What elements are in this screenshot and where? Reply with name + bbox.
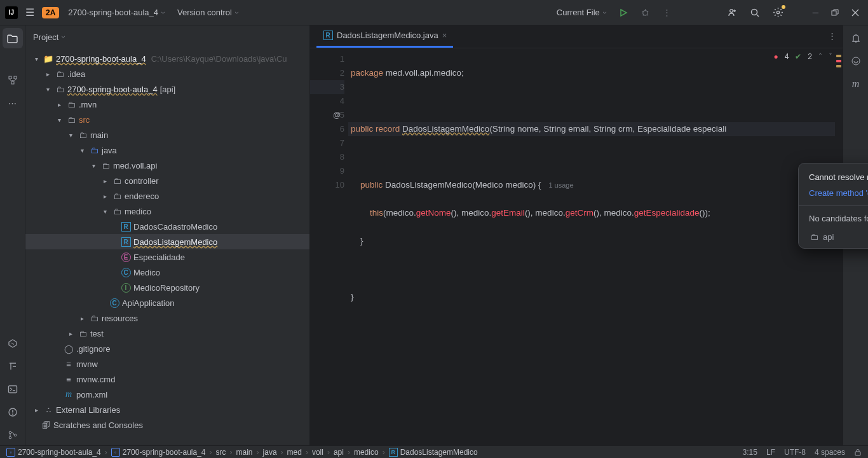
vcs-tool-button[interactable] — [3, 425, 23, 445]
editor-area: R DadosListagemMedico.java × ⋮ 1 2 3 4 5… — [310, 25, 843, 445]
minimize-window-button[interactable]: ─ — [809, 4, 822, 21]
error-count: 4 — [785, 52, 789, 61]
breadcrumb[interactable]: ▫2700-spring-boot-aula_4 — [111, 448, 206, 457]
popup-title: Cannot resolve method 'getNome' in 'Medi… — [809, 172, 868, 182]
restore-window-button[interactable] — [827, 5, 843, 20]
breadcrumb[interactable]: RDadosListagemMedico — [389, 448, 478, 457]
tree-idea-folder[interactable]: 🗀.idea — [25, 66, 309, 81]
tree-resources-folder[interactable]: 🗀resources — [25, 310, 309, 326]
tree-main-folder[interactable]: 🗀main — [25, 127, 309, 142]
more-tools-button[interactable]: ⋯ — [3, 93, 23, 113]
indent-config[interactable]: 4 spaces — [815, 448, 845, 457]
popup-quickfix-link[interactable]: Create method 'getNome' in 'Medico' — [809, 188, 868, 198]
editor-gutter: 1 2 3 4 5@ 6 7 8 9 10 — [310, 48, 348, 445]
tree-java-folder[interactable]: 🗀java — [25, 142, 309, 158]
tree-controller-pkg[interactable]: 🗀controller — [25, 173, 309, 188]
close-window-button[interactable] — [848, 5, 863, 20]
breadcrumb[interactable]: ▫2700-spring-boot-aula_4 — [6, 448, 101, 457]
module-icon: ▫ — [6, 448, 15, 457]
code-content[interactable]: package med.voll.api.medico; public reco… — [348, 48, 835, 445]
build-tool-button[interactable] — [3, 356, 23, 377]
left-tool-rail: ⋯ — [0, 25, 25, 445]
tree-test-folder[interactable]: 🗀test — [25, 326, 309, 341]
maven-tool-button[interactable]: m — [846, 74, 866, 94]
terminal-tool-button[interactable] — [3, 379, 23, 399]
popup-detail: No candidates found for method call medi… — [809, 214, 868, 223]
svg-point-10 — [12, 413, 13, 415]
workbench: ⋯ Project 📁 2700-spring-boot-aula_4 C:\ — [0, 25, 868, 445]
tree-gitignore[interactable]: ◯.gitignore — [25, 341, 309, 356]
tree-mvnw-cmd[interactable]: ≡mvnw.cmd — [25, 371, 309, 387]
tree-api-application[interactable]: CApiApplication — [25, 295, 309, 310]
tree-mvnw[interactable]: ≡mvnw — [25, 356, 309, 371]
ai-assistant-button[interactable] — [846, 51, 866, 71]
override-gutter-icon[interactable]: @ — [333, 108, 341, 122]
tree-src-folder[interactable]: 🗀src — [25, 112, 309, 127]
breadcrumb[interactable]: java — [263, 448, 277, 457]
more-actions-button[interactable]: ⋮ — [659, 4, 675, 21]
main-menu-button[interactable]: ☰ — [23, 4, 37, 21]
breadcrumb[interactable]: main — [236, 448, 253, 457]
search-everywhere-button[interactable] — [746, 4, 764, 22]
notifications-button[interactable] — [846, 28, 866, 48]
breadcrumb[interactable]: api — [334, 448, 344, 457]
problems-tool-button[interactable] — [3, 402, 23, 422]
tree-package[interactable]: 🗀med.voll.api — [25, 158, 309, 173]
svg-point-12 — [9, 436, 11, 439]
intellij-logo-icon: IJ — [5, 6, 18, 19]
tree-medico-repo[interactable]: IMedicoRepository — [25, 280, 309, 295]
project-tool-button[interactable] — [3, 28, 23, 48]
run-config-selector[interactable]: Current File — [553, 5, 610, 20]
inspections-widget[interactable]: ● 4 ✔ 2 ˄ ˅ — [773, 52, 832, 61]
caret-position[interactable]: 3:15 — [743, 448, 757, 457]
editor-tabs: R DadosListagemMedico.java × ⋮ — [310, 25, 843, 48]
navigation-bar: ▫2700-spring-boot-aula_4 › ▫2700-spring-… — [0, 445, 868, 458]
tree-dados-cadastro[interactable]: RDadosCadastroMedico — [25, 219, 309, 234]
debug-button[interactable] — [637, 4, 654, 21]
breadcrumb[interactable]: src — [216, 448, 226, 457]
error-count-icon: ● — [773, 52, 778, 61]
editor-tab-active[interactable]: R DadosListagemMedico.java × — [316, 25, 453, 48]
code-editor[interactable]: 1 2 3 4 5@ 6 7 8 9 10 package med.voll.a… — [310, 48, 843, 445]
readonly-toggle[interactable] — [854, 448, 862, 456]
tree-root[interactable]: 📁 2700-spring-boot-aula_4 C:\Users\Kayqu… — [25, 51, 309, 66]
tree-dados-listagem[interactable]: RDadosListagemMedico — [25, 234, 309, 249]
vcs-selector[interactable]: Version control — [173, 5, 242, 20]
svg-point-3 — [776, 11, 779, 13]
project-badge: 2A — [42, 7, 59, 18]
tree-scratches[interactable]: 🗐Scratches and Consoles — [25, 417, 309, 433]
next-highlight-button[interactable]: ˅ — [829, 52, 832, 61]
svg-rect-4 — [832, 11, 836, 15]
project-tool-header: Project — [25, 25, 309, 48]
record-icon: R — [389, 448, 398, 457]
tree-especialidade[interactable]: EEspecialidade — [25, 249, 309, 265]
settings-button[interactable] — [769, 3, 787, 22]
prev-highlight-button[interactable]: ˄ — [818, 52, 822, 61]
tree-external-libraries[interactable]: ⛬External Libraries — [25, 402, 309, 417]
tree-medico-pkg[interactable]: 🗀medico — [25, 204, 309, 219]
svg-point-13 — [14, 434, 17, 436]
code-with-me-button[interactable] — [723, 4, 741, 22]
tree-module[interactable]: 🗀 2700-spring-boot-aula_4 [api] — [25, 81, 309, 97]
tree-medico-class[interactable]: CMedico — [25, 265, 309, 280]
project-tree[interactable]: 📁 2700-spring-boot-aula_4 C:\Users\Kayqu… — [25, 48, 309, 445]
structure-tool-button[interactable] — [3, 70, 23, 90]
tree-pom-xml[interactable]: mpom.xml — [25, 387, 309, 402]
tree-mvn-folder[interactable]: 🗀.mvn — [25, 97, 309, 112]
breadcrumb[interactable]: medico — [354, 448, 379, 457]
tree-endereco-pkg[interactable]: 🗀endereco — [25, 188, 309, 204]
run-button[interactable] — [615, 4, 632, 21]
tabs-menu-button[interactable]: ⋮ — [828, 31, 836, 41]
warning-count-icon: ✔ — [795, 52, 801, 61]
services-tool-button[interactable] — [3, 333, 23, 354]
project-view-selector[interactable]: Project — [33, 32, 65, 42]
line-separator[interactable]: LF — [766, 448, 775, 457]
breadcrumb[interactable]: voll — [312, 448, 323, 457]
project-selector[interactable]: 2700-spring-boot-aula_4 — [64, 5, 168, 20]
file-encoding[interactable]: UTF-8 — [784, 448, 806, 457]
svg-rect-8 — [8, 386, 17, 393]
titlebar: IJ ☰ 2A 2700-spring-boot-aula_4 Version … — [0, 0, 868, 25]
tab-close-button[interactable]: × — [442, 31, 447, 40]
breadcrumb[interactable]: med — [287, 448, 302, 457]
project-tool-window: Project 📁 2700-spring-boot-aula_4 C:\Use… — [25, 25, 310, 445]
